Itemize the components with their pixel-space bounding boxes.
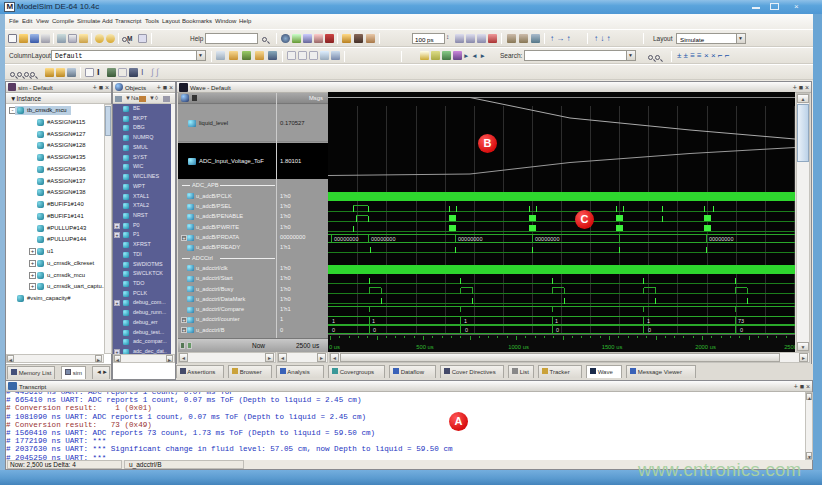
svg-text:0: 0	[373, 327, 376, 333]
svg-text:0: 0	[740, 327, 743, 333]
svg-text:73: 73	[738, 318, 744, 324]
svg-text:00000000: 00000000	[535, 236, 559, 242]
svg-text:0: 0	[648, 327, 651, 333]
svg-text:0: 0	[556, 327, 559, 333]
svg-text:1: 1	[647, 318, 650, 324]
svg-text:00000000: 00000000	[334, 236, 358, 242]
svg-text:1000 us: 1000 us	[508, 344, 529, 350]
svg-text:00000000: 00000000	[371, 236, 395, 242]
svg-text:0: 0	[332, 327, 335, 333]
svg-text:0: 0	[465, 327, 468, 333]
svg-text:1: 1	[332, 318, 335, 324]
svg-text:1: 1	[372, 318, 375, 324]
svg-text:00000000: 00000000	[709, 236, 733, 242]
svg-text:500 us: 500 us	[416, 344, 434, 350]
svg-text:1: 1	[464, 318, 467, 324]
svg-text:2000 us: 2000 us	[695, 344, 716, 350]
svg-text:1500 us: 1500 us	[602, 344, 623, 350]
svg-text:00000000: 00000000	[458, 236, 482, 242]
svg-text:0 us: 0 us	[329, 344, 340, 350]
svg-text:2500 u: 2500 u	[784, 344, 795, 350]
svg-text:1: 1	[555, 318, 558, 324]
